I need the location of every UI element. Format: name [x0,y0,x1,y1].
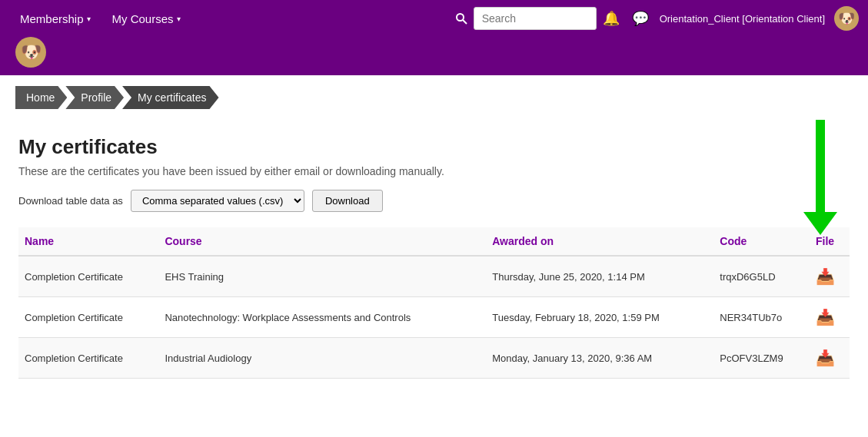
table-row: Completion CertificateIndustrial Audiolo… [18,338,850,379]
cell-awarded: Monday, January 13, 2020, 9:36 AM [486,338,713,379]
download-cert-button[interactable]: 📥 [816,267,835,286]
breadcrumb-current-link: My certificates [122,86,218,109]
chat-button[interactable]: 💬 [626,10,655,27]
table-header-row: Name Course Awarded on Code File [18,227,850,256]
my-courses-label: My Courses [112,12,174,25]
membership-label: Membership [20,12,84,25]
cell-name: Completion Certificate [18,297,158,338]
breadcrumb-profile-link[interactable]: Profile [65,86,124,109]
bell-icon: 🔔 [603,10,620,27]
download-button[interactable]: Download [312,190,383,212]
courses-chevron-icon: ▾ [177,15,181,23]
breadcrumb-current: My certificates [122,86,218,109]
cell-code: trqxD6G5LD [713,256,810,297]
user-label: Orientation_Client [Orientation Client] [655,13,830,25]
page-subtitle: These are the certificates you have been… [18,165,850,177]
nav-my-courses[interactable]: My Courses ▾ [101,0,191,37]
breadcrumb-home-link[interactable]: Home [15,86,67,109]
table-row: Completion CertificateEHS TrainingThursd… [18,256,850,297]
download-cert-button[interactable]: 📥 [816,349,835,367]
cell-awarded: Thursday, June 25, 2020, 1:14 PM [486,256,713,297]
top-nav: Membership ▾ My Courses ▾ 🔔 💬 Orientatio… [0,0,868,37]
download-row: Download table data as Comma separated v… [18,190,850,212]
cell-file: 📥 [810,338,850,379]
avatar[interactable]: 🐶 [834,6,859,31]
nav-membership[interactable]: Membership ▾ [9,0,101,37]
arrow-indicator [803,120,837,235]
download-label: Download table data as [18,195,123,207]
breadcrumb-profile[interactable]: Profile [65,86,124,109]
col-awarded: Awarded on [486,227,713,256]
cell-name: Completion Certificate [18,256,158,297]
profile-avatar: 🐶 [15,37,46,68]
svg-line-1 [463,20,467,24]
cell-course: Industrial Audiology [158,338,486,379]
table-row: Completion CertificateNanotechnology: Wo… [18,297,850,338]
format-select[interactable]: Comma separated values (.csv) [131,190,304,212]
arrow-head [803,212,837,235]
notifications-button[interactable]: 🔔 [597,10,626,27]
page-title: My certificates [18,135,850,159]
col-code: Code [713,227,810,256]
search-icon-button[interactable] [449,12,474,25]
svg-point-0 [457,14,464,21]
breadcrumb: Home Profile My certificates [0,75,868,120]
col-name: Name [18,227,158,256]
profile-avatar-row: 🐶 [0,37,868,75]
cell-course: EHS Training [158,256,486,297]
download-cert-button[interactable]: 📥 [816,308,835,326]
cell-course: Nanotechnology: Workplace Assessments an… [158,297,486,338]
certificates-table: Name Course Awarded on Code File Complet… [18,227,850,379]
cell-file: 📥 [810,256,850,297]
cell-file: 📥 [810,297,850,338]
cell-awarded: Tuesday, February 18, 2020, 1:59 PM [486,297,713,338]
search-input[interactable] [474,7,597,30]
main-content: My certificates These are the certificat… [0,120,868,394]
cell-code: PcOFV3LZM9 [713,338,810,379]
cell-code: NER34TUb7o [713,297,810,338]
chat-icon: 💬 [632,10,649,27]
col-course: Course [158,227,486,256]
cell-name: Completion Certificate [18,338,158,379]
arrow-shaft [816,120,825,212]
breadcrumb-home[interactable]: Home [15,86,67,109]
membership-chevron-icon: ▾ [87,15,91,23]
